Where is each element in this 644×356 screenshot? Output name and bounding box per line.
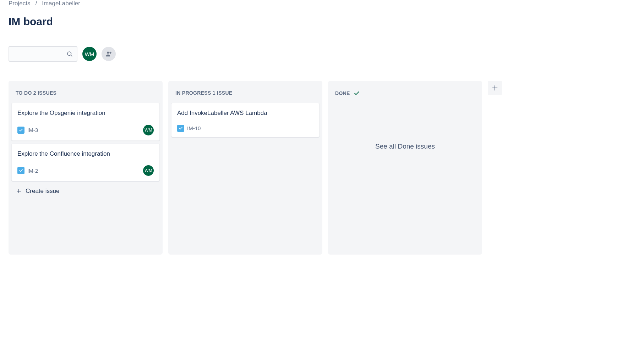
create-issue-label: Create issue [26,188,59,195]
column-header-todo[interactable]: TO DO 2 ISSUES [11,84,160,103]
issue-card[interactable]: Add InvokeLabeller AWS Lambda IM-10 [171,103,320,137]
task-type-icon [17,167,24,174]
see-all-done-link[interactable]: See all Done issues [331,143,479,150]
issue-key: IM-10 [187,125,201,131]
issue-key: IM-2 [27,168,38,174]
column-title: IN PROGRESS 1 ISSUE [175,90,233,96]
assignee-avatar[interactable]: WM [143,165,154,176]
column-header-in-progress[interactable]: IN PROGRESS 1 ISSUE [171,84,320,103]
card-footer: IM-3 WM [17,125,154,135]
plus-icon [16,188,22,194]
column-done: DONE See all Done issues [328,81,482,255]
issue-card[interactable]: Explore the Confluence integration IM-2 … [11,144,160,182]
svg-point-2 [107,51,109,54]
person-plus-icon [105,50,113,58]
task-type-icon [17,127,24,134]
column-title: DONE [335,90,350,96]
issue-key: IM-3 [27,127,38,133]
card-title: Explore the Confluence integration [17,150,154,158]
assignee-avatar[interactable]: WM [143,125,154,135]
page-title: IM board [9,16,635,28]
column-in-progress: IN PROGRESS 1 ISSUE Add InvokeLabeller A… [168,81,322,255]
column-cards: Explore the Opsgenie integration IM-3 WM… [11,103,160,181]
plus-icon [491,84,499,92]
breadcrumb-projects-link[interactable]: Projects [9,0,30,7]
card-footer: IM-10 [177,125,313,132]
issue-card[interactable]: Explore the Opsgenie integration IM-3 WM [11,103,160,141]
create-issue-button[interactable]: Create issue [11,183,160,200]
task-type-icon [177,125,184,132]
column-header-done[interactable]: DONE [331,84,479,104]
card-footer: IM-2 WM [17,165,154,176]
card-title: Explore the Opsgenie integration [17,109,154,118]
search-icon [66,50,73,57]
breadcrumb-project-link[interactable]: ImageLabeller [42,0,80,7]
svg-line-1 [71,55,72,56]
search-box [9,46,77,62]
breadcrumb: Projects / ImageLabeller [9,0,635,7]
check-icon [354,90,360,96]
board: TO DO 2 ISSUES Explore the Opsgenie inte… [9,81,635,255]
user-avatar[interactable]: WM [82,47,97,61]
toolbar: WM [9,46,635,62]
add-people-button[interactable] [102,47,116,61]
column-title: TO DO 2 ISSUES [16,90,56,96]
breadcrumb-separator: / [35,0,37,7]
card-title: Add InvokeLabeller AWS Lambda [177,109,313,118]
add-column-button[interactable] [488,81,502,95]
column-todo: TO DO 2 ISSUES Explore the Opsgenie inte… [9,81,163,255]
column-cards: Add InvokeLabeller AWS Lambda IM-10 [171,103,320,137]
